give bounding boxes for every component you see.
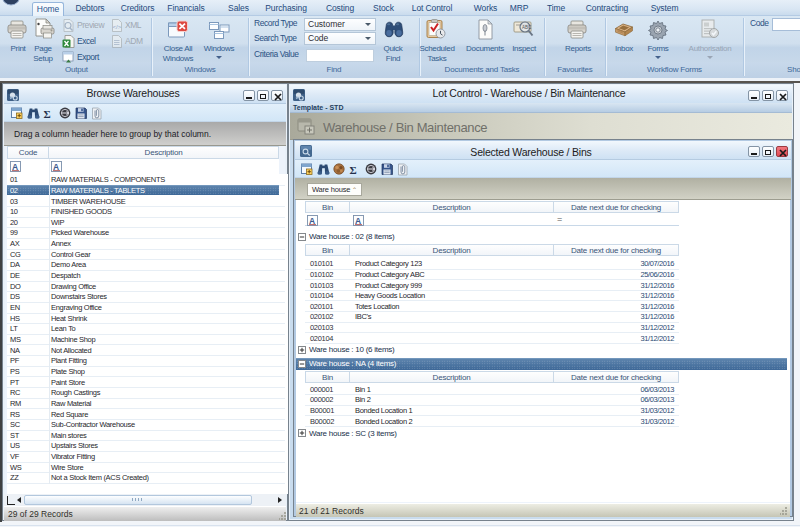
- svg-text:</>: </>: [113, 24, 122, 30]
- svg-text:Σ: Σ: [350, 164, 357, 176]
- svg-text:ABC: ABC: [522, 25, 532, 30]
- svg-text:Σ: Σ: [44, 108, 51, 120]
